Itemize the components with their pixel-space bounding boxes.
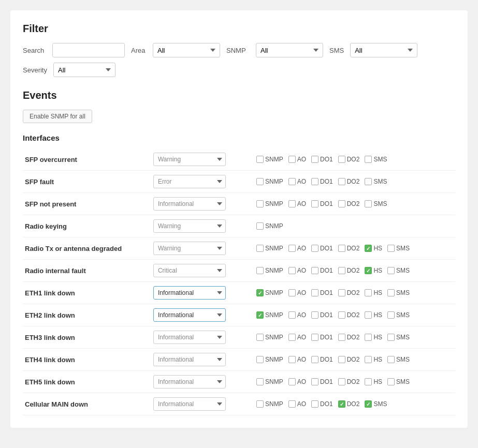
ao-checkbox-label: AO bbox=[297, 289, 306, 296]
table-row: ETH1 link downWarningErrorInformationalC… bbox=[23, 282, 455, 304]
snmp-checkbox-label: SNMP bbox=[265, 200, 283, 207]
sms-checkbox[interactable] bbox=[365, 178, 372, 185]
do2-checkbox-label: DO2 bbox=[347, 178, 360, 185]
snmp-checkbox-label: SNMP bbox=[265, 311, 283, 319]
sms-checkbox[interactable] bbox=[365, 156, 372, 163]
hs-checkbox[interactable] bbox=[365, 289, 372, 296]
checkbox-group: SNMPAODO1DO2HSSMS bbox=[253, 356, 453, 363]
hs-checkbox[interactable] bbox=[365, 356, 372, 363]
ao-checkbox[interactable] bbox=[288, 400, 296, 408]
do2-checkbox[interactable] bbox=[338, 178, 345, 185]
sms-checkbox[interactable] bbox=[387, 334, 395, 341]
severity-select-2[interactable]: WarningErrorInformationalCritical bbox=[153, 197, 226, 211]
sms-checkbox[interactable] bbox=[387, 378, 395, 385]
enable-snmp-button[interactable]: Enable SNMP for all bbox=[23, 110, 92, 123]
do2-checkbox[interactable] bbox=[338, 267, 345, 274]
snmp-checkbox[interactable] bbox=[256, 311, 264, 319]
table-row: ETH5 link downWarningErrorInformationalC… bbox=[23, 371, 455, 393]
hs-checkbox[interactable] bbox=[365, 311, 372, 319]
snmp-checkbox[interactable] bbox=[256, 178, 264, 185]
sms-checkbox[interactable] bbox=[387, 311, 395, 319]
severity-select-9[interactable]: WarningErrorInformationalCritical bbox=[153, 353, 226, 366]
snmp-checkbox[interactable] bbox=[256, 356, 264, 363]
checkbox-item-do1: DO1 bbox=[311, 289, 333, 296]
search-input[interactable] bbox=[52, 43, 125, 57]
checkbox-group: SNMPAODO1DO2SMS bbox=[253, 178, 453, 185]
sms-checkbox[interactable] bbox=[365, 200, 372, 207]
ao-checkbox[interactable] bbox=[288, 289, 296, 296]
area-select[interactable]: All bbox=[153, 43, 220, 57]
event-name-cell: ETH5 link down bbox=[23, 371, 151, 393]
snmp-checkbox[interactable] bbox=[256, 156, 264, 163]
severity-select-8[interactable]: WarningErrorInformationalCritical bbox=[153, 331, 226, 344]
severity-select-3[interactable]: WarningErrorInformationalCritical bbox=[153, 219, 226, 233]
do1-checkbox[interactable] bbox=[311, 245, 318, 252]
checkbox-item-ao: AO bbox=[288, 156, 306, 163]
severity-select-6[interactable]: WarningErrorInformationalCritical bbox=[153, 286, 226, 300]
severity-select-0[interactable]: WarningErrorInformationalCritical bbox=[153, 153, 226, 166]
hs-checkbox[interactable] bbox=[365, 245, 372, 252]
checkbox-item-ao: AO bbox=[288, 289, 306, 296]
do1-checkbox[interactable] bbox=[311, 156, 318, 163]
snmp-checkbox[interactable] bbox=[256, 334, 264, 341]
severity-select-10[interactable]: WarningErrorInformationalCritical bbox=[153, 375, 226, 389]
snmp-checkbox[interactable] bbox=[256, 200, 264, 207]
snmp-checkbox[interactable] bbox=[256, 245, 264, 252]
sms-checkbox[interactable] bbox=[387, 245, 395, 252]
do1-checkbox[interactable] bbox=[311, 311, 318, 319]
checkbox-item-do2: DO2 bbox=[338, 267, 360, 274]
snmp-checkbox[interactable] bbox=[256, 222, 264, 230]
do1-checkbox[interactable] bbox=[311, 178, 318, 185]
sms-checkbox[interactable] bbox=[387, 289, 395, 296]
snmp-checkbox-label: SNMP bbox=[265, 156, 283, 163]
hs-checkbox[interactable] bbox=[365, 334, 372, 341]
severity-select[interactable]: All Warning Error Informational Critical bbox=[53, 63, 115, 77]
ao-checkbox[interactable] bbox=[288, 356, 296, 363]
do2-checkbox[interactable] bbox=[338, 400, 345, 408]
severity-select-11[interactable]: WarningErrorInformationalCritical bbox=[153, 397, 226, 411]
snmp-checkbox[interactable] bbox=[256, 289, 264, 296]
ao-checkbox[interactable] bbox=[288, 267, 296, 274]
checkbox-group: SNMPAODO1DO2HSSMS bbox=[253, 378, 453, 385]
do1-checkbox[interactable] bbox=[311, 378, 318, 385]
severity-select-7[interactable]: WarningErrorInformationalCritical bbox=[153, 308, 226, 322]
sms-checkbox[interactable] bbox=[387, 356, 395, 363]
snmp-select[interactable]: All bbox=[256, 43, 323, 57]
do1-checkbox[interactable] bbox=[311, 289, 318, 296]
checkbox-item-ao: AO bbox=[288, 334, 306, 341]
ao-checkbox[interactable] bbox=[288, 200, 296, 207]
snmp-checkbox[interactable] bbox=[256, 378, 264, 385]
ao-checkbox-label: AO bbox=[297, 267, 306, 274]
ao-checkbox[interactable] bbox=[288, 245, 296, 252]
snmp-checkbox[interactable] bbox=[256, 400, 264, 408]
do2-checkbox[interactable] bbox=[338, 378, 345, 385]
do2-checkbox[interactable] bbox=[338, 156, 345, 163]
do2-checkbox[interactable] bbox=[338, 334, 345, 341]
ao-checkbox[interactable] bbox=[288, 378, 296, 385]
do2-checkbox[interactable] bbox=[338, 289, 345, 296]
sms-checkbox[interactable] bbox=[365, 400, 372, 408]
severity-select-5[interactable]: WarningErrorInformationalCritical bbox=[153, 264, 226, 277]
checkbox-item-do1: DO1 bbox=[311, 378, 333, 385]
table-row: ETH4 link downWarningErrorInformationalC… bbox=[23, 349, 455, 371]
do1-checkbox[interactable] bbox=[311, 400, 318, 408]
sms-checkbox[interactable] bbox=[387, 267, 395, 274]
hs-checkbox[interactable] bbox=[365, 378, 372, 385]
ao-checkbox[interactable] bbox=[288, 334, 296, 341]
do2-checkbox[interactable] bbox=[338, 311, 345, 319]
severity-select-1[interactable]: WarningErrorInformationalCritical bbox=[153, 175, 226, 188]
do1-checkbox[interactable] bbox=[311, 356, 318, 363]
ao-checkbox[interactable] bbox=[288, 178, 296, 185]
do2-checkbox[interactable] bbox=[338, 356, 345, 363]
do1-checkbox[interactable] bbox=[311, 267, 318, 274]
do2-checkbox[interactable] bbox=[338, 245, 345, 252]
ao-checkbox[interactable] bbox=[288, 311, 296, 319]
sms-select[interactable]: All bbox=[350, 43, 417, 57]
severity-select-4[interactable]: WarningErrorInformationalCritical bbox=[153, 242, 226, 255]
do1-checkbox[interactable] bbox=[311, 200, 318, 207]
hs-checkbox[interactable] bbox=[365, 267, 372, 274]
snmp-checkbox[interactable] bbox=[256, 267, 264, 274]
do2-checkbox[interactable] bbox=[338, 200, 345, 207]
ao-checkbox[interactable] bbox=[288, 156, 296, 163]
do1-checkbox[interactable] bbox=[311, 334, 318, 341]
